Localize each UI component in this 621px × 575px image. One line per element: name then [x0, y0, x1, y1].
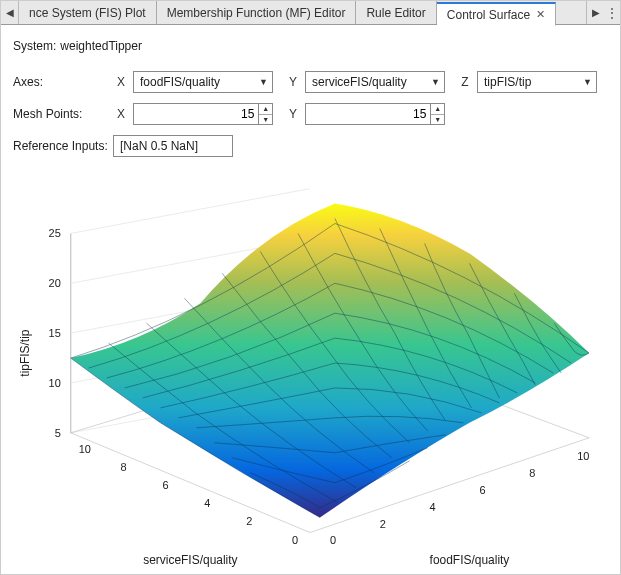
- z-tick: 5: [55, 427, 61, 439]
- z-axis-label: Z: [457, 75, 473, 89]
- tab-label: nce System (FIS) Plot: [29, 6, 146, 20]
- reference-row: Reference Inputs: [NaN 0.5 NaN]: [13, 135, 608, 157]
- mesh-x-input[interactable]: [134, 104, 258, 124]
- tab-scroll-left[interactable]: ◀: [1, 1, 19, 24]
- surface-plot[interactable]: 25 20 15 10 5 tipFIS/tip: [1, 173, 620, 575]
- mesh-y-label: Y: [285, 107, 301, 121]
- x-axis-dropdown[interactable]: foodFIS/quality ▼: [133, 71, 273, 93]
- chevron-down-icon: ▼: [259, 77, 268, 87]
- dropdown-value: serviceFIS/quality: [312, 75, 407, 89]
- spinner-down-icon[interactable]: ▼: [259, 115, 272, 125]
- z-tick: 10: [49, 377, 61, 389]
- y-axis-dropdown[interactable]: serviceFIS/quality ▼: [305, 71, 445, 93]
- mesh-y-input[interactable]: [306, 104, 430, 124]
- tab-control-surface[interactable]: Control Surface ✕: [437, 2, 556, 26]
- x-tick: 0: [330, 534, 336, 546]
- x-tick: 8: [529, 467, 535, 479]
- close-icon[interactable]: ✕: [536, 8, 545, 21]
- x-axis-label: X: [113, 75, 129, 89]
- x-tick: 6: [479, 484, 485, 496]
- y-axis-title: serviceFIS/quality: [143, 553, 237, 567]
- z-tick: 15: [49, 327, 61, 339]
- reference-value: [NaN 0.5 NaN]: [120, 139, 198, 153]
- y-axis-label: Y: [285, 75, 301, 89]
- tab-fis-plot[interactable]: nce System (FIS) Plot: [19, 1, 157, 24]
- dropdown-value: foodFIS/quality: [140, 75, 220, 89]
- reference-input[interactable]: [NaN 0.5 NaN]: [113, 135, 233, 157]
- mesh-x-label: X: [113, 107, 129, 121]
- z-tick: 25: [49, 227, 61, 239]
- tab-mf-editor[interactable]: Membership Function (MF) Editor: [157, 1, 357, 24]
- spinner-up-icon[interactable]: ▲: [431, 104, 444, 115]
- more-tabs-icon[interactable]: ⋮: [604, 1, 620, 24]
- y-tick: 0: [292, 534, 298, 546]
- y-tick: 4: [204, 497, 210, 509]
- system-row: System: weightedTipper: [13, 35, 608, 57]
- svg-line-1: [71, 189, 310, 234]
- dropdown-value: tipFIS/tip: [484, 75, 531, 89]
- spinner-up-icon[interactable]: ▲: [259, 104, 272, 115]
- mesh-x-spinner[interactable]: ▲ ▼: [133, 103, 273, 125]
- system-name: weightedTipper: [60, 39, 142, 53]
- z-axis-title: tipFIS/tip: [18, 329, 32, 377]
- controls-panel: System: weightedTipper Axes: X foodFIS/q…: [1, 25, 620, 173]
- tab-label: Membership Function (MF) Editor: [167, 6, 346, 20]
- y-tick: 10: [79, 443, 91, 455]
- system-label: System:: [13, 39, 56, 53]
- y-tick: 2: [246, 515, 252, 527]
- mesh-row: Mesh Points: X ▲ ▼ Y ▲ ▼: [13, 103, 608, 125]
- chevron-down-icon: ▼: [583, 77, 592, 87]
- spinner-down-icon[interactable]: ▼: [431, 115, 444, 125]
- y-tick: 6: [162, 479, 168, 491]
- z-axis-dropdown[interactable]: tipFIS/tip ▼: [477, 71, 597, 93]
- tab-bar: ◀ nce System (FIS) Plot Membership Funct…: [1, 1, 620, 25]
- y-tick: 8: [121, 461, 127, 473]
- x-tick: 4: [430, 501, 436, 513]
- reference-label: Reference Inputs:: [13, 139, 113, 153]
- chevron-down-icon: ▼: [431, 77, 440, 87]
- surface-svg: 25 20 15 10 5 tipFIS/tip: [1, 173, 620, 575]
- mesh-label: Mesh Points:: [13, 107, 113, 121]
- axes-label: Axes:: [13, 75, 113, 89]
- tab-scroll-right[interactable]: ▶: [586, 1, 604, 24]
- tab-rule-editor[interactable]: Rule Editor: [356, 1, 436, 24]
- mesh-y-spinner[interactable]: ▲ ▼: [305, 103, 445, 125]
- tab-label: Control Surface: [447, 8, 530, 22]
- tab-label: Rule Editor: [366, 6, 425, 20]
- x-tick: 2: [380, 518, 386, 530]
- x-axis-title: foodFIS/quality: [430, 553, 510, 567]
- x-tick: 10: [577, 450, 589, 462]
- axes-row: Axes: X foodFIS/quality ▼ Y serviceFIS/q…: [13, 71, 608, 93]
- z-tick: 20: [49, 277, 61, 289]
